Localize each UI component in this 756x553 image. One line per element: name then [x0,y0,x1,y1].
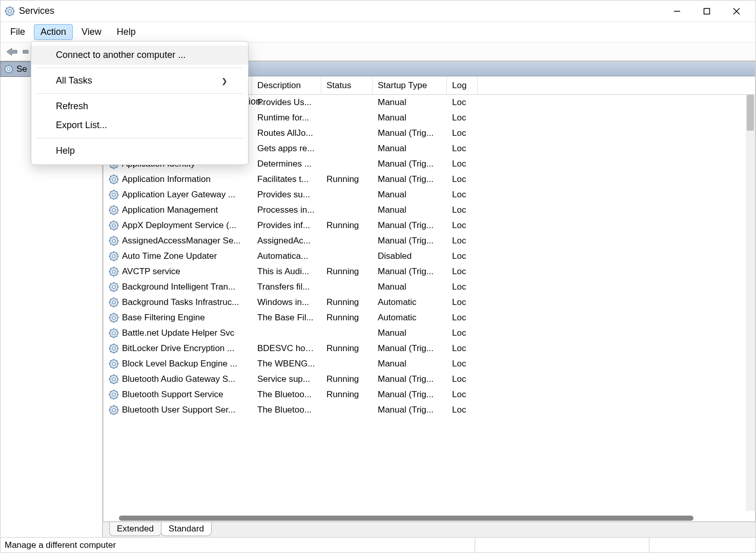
cell-startup-type: Manual (Trig... [373,159,447,169]
menu-view[interactable]: View [75,24,108,40]
gear-icon [109,251,119,261]
service-name: Auto Time Zone Updater [122,251,217,261]
service-name: Background Tasks Infrastruc... [122,297,239,308]
col-log-on-as[interactable]: Log [447,76,478,94]
table-row[interactable]: Application Layer Gateway ...Provides su… [104,187,755,202]
service-name: Application Management [122,205,218,215]
menu-connect-to-another-computer[interactable]: Connect to another computer ... [31,46,248,65]
cell-log-on-as: Loc [447,159,478,169]
service-name: Background Intelligent Tran... [122,282,235,292]
cell-log-on-as: Loc [447,205,478,215]
cell-startup-type: Manual [373,113,447,123]
maximize-button[interactable] [692,1,722,22]
table-row[interactable]: Battle.net Update Helper SvcManualLoc [104,325,755,341]
svg-rect-15 [23,50,28,53]
cell-log-on-as: Loc [447,405,478,415]
svg-marker-14 [7,48,17,55]
horizontal-scrollbar[interactable] [119,515,693,521]
cell-startup-type: Manual [373,144,447,154]
table-row[interactable]: AssignedAccessManager Se...AssignedAc...… [104,233,755,249]
service-name: BitLocker Drive Encryption ... [122,343,234,354]
cell-name: AppX Deployment Service (... [104,220,252,231]
table-row[interactable]: AppX Deployment Service (...Provides inf… [104,218,755,233]
tree-root-label: Se [16,64,27,74]
gear-icon [109,267,119,277]
menu-all-tasks[interactable]: All Tasks ❯ [31,71,248,90]
cell-startup-type: Automatic [373,297,447,308]
cell-name: Auto Time Zone Updater [104,251,252,261]
cell-startup-type: Manual [373,190,447,200]
cell-log-on-as: Loc [447,267,478,277]
gear-icon [109,374,119,384]
cell-log-on-as: Loc [447,374,478,384]
table-row[interactable]: Base Filtering EngineThe Base Fil...Runn… [104,310,755,325]
cell-name: AssignedAccessManager Se... [104,236,252,246]
table-row[interactable]: Application ManagementProcesses in...Man… [104,202,755,218]
menu-separator [36,68,243,68]
close-button[interactable] [722,1,751,22]
menu-separator [36,93,243,94]
view-tabs: Extended Standard [103,522,755,537]
statusbar-segment [649,538,751,552]
cell-log-on-as: Loc [447,190,478,200]
table-row[interactable]: Background Tasks Infrastruc...Windows in… [104,295,755,310]
app-icon [5,6,15,16]
statusbar-text: Manage a different computer [5,540,116,550]
table-row[interactable]: Auto Time Zone UpdaterAutomatica...Disab… [104,249,755,264]
cell-description: The Bluetoo... [252,390,321,400]
table-row[interactable]: Background Intelligent Tran...Transfers … [104,279,755,295]
info-pane-fragment: tion. [246,96,263,107]
cell-name: Application Information [104,174,252,185]
table-row[interactable]: Bluetooth Support ServiceThe Bluetoo...R… [104,387,755,402]
minimize-button[interactable] [662,1,692,22]
col-description[interactable]: Description [252,76,321,94]
cell-startup-type: Manual [373,359,447,369]
cell-description: Runtime for... [252,113,321,123]
scrollbar-thumb[interactable] [747,95,754,131]
scrollbar-thumb[interactable] [119,516,693,521]
table-row[interactable]: Bluetooth User Support Ser...The Bluetoo… [104,402,755,418]
cell-description: Processes in... [252,205,321,215]
table-row[interactable]: Application InformationFacilitates t...R… [104,172,755,187]
table-row[interactable]: Bluetooth Audio Gateway S...Service sup.… [104,372,755,387]
cell-name: Background Intelligent Tran... [104,282,252,292]
cell-log-on-as: Loc [447,328,478,338]
statusbar-segment [475,538,649,552]
cell-log-on-as: Loc [447,313,478,323]
cell-log-on-as: Loc [447,236,478,246]
menu-refresh[interactable]: Refresh [31,97,248,116]
back-button[interactable] [5,45,19,59]
cell-log-on-as: Loc [447,343,478,354]
cell-log-on-as: Loc [447,359,478,369]
col-status[interactable]: Status [321,76,373,94]
service-name: Application Layer Gateway ... [122,190,235,200]
cell-startup-type: Manual [373,328,447,338]
table-row[interactable]: BitLocker Drive Encryption ...BDESVC hos… [104,341,755,356]
cell-name: Base Filtering Engine [104,313,252,323]
cell-startup-type: Manual (Trig... [373,267,447,277]
cell-name: BitLocker Drive Encryption ... [104,343,252,354]
tab-extended[interactable]: Extended [109,522,161,536]
table-row[interactable]: AVCTP serviceThis is Audi...RunningManua… [104,264,755,279]
cell-startup-type: Manual [373,205,447,215]
menu-file[interactable]: File [4,24,32,40]
menu-separator [36,138,243,138]
service-name: Base Filtering Engine [122,313,205,323]
chevron-right-icon: ❯ [221,77,228,85]
cell-description: Routes AllJo... [252,128,321,138]
menu-help[interactable]: Help [31,141,248,160]
tab-standard[interactable]: Standard [161,522,212,536]
cell-description: The Bluetoo... [252,405,321,415]
cell-name: Application Management [104,205,252,215]
menu-export-list[interactable]: Export List... [31,116,248,135]
cell-description: Transfers fil... [252,282,321,292]
cell-description: Gets apps re... [252,144,321,154]
menu-action[interactable]: Action [34,24,73,40]
cell-startup-type: Manual (Trig... [373,236,447,246]
table-row[interactable]: Block Level Backup Engine ...The WBENG..… [104,356,755,372]
vertical-scrollbar[interactable] [746,95,755,511]
cell-log-on-as: Loc [447,251,478,261]
menubar: File Action View Help [1,22,755,43]
menu-help[interactable]: Help [110,24,142,40]
col-startup-type[interactable]: Startup Type [373,76,447,94]
